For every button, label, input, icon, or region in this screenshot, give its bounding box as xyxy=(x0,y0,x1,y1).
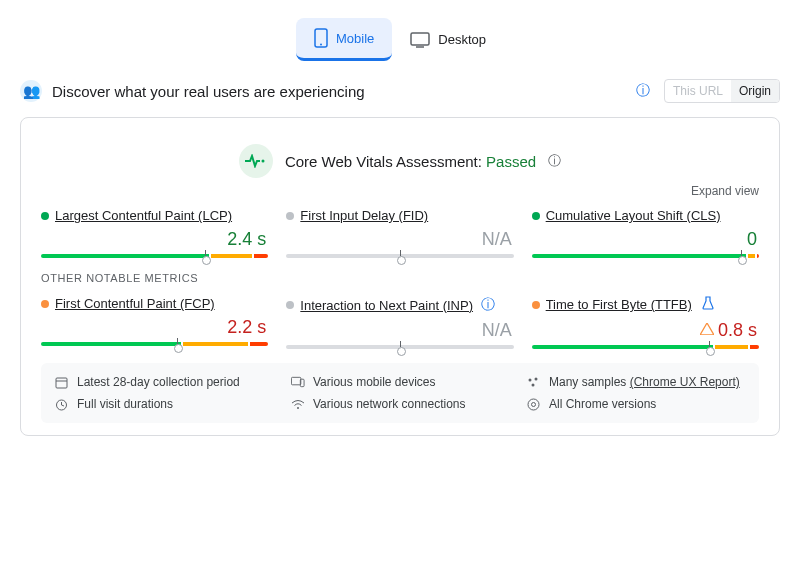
page-title: Discover what your real users are experi… xyxy=(52,83,622,100)
collection-info: Latest 28-day collection period Various … xyxy=(41,363,759,423)
metric-name[interactable]: First Contentful Paint (FCP) xyxy=(55,296,215,311)
svg-point-15 xyxy=(297,407,299,409)
assessment-text: Core Web Vitals Assessment: Passed xyxy=(285,153,536,170)
metric-ttfb: Time to First Byte (TTFB) 0.8 s xyxy=(532,296,759,349)
metric-value: 2.4 s xyxy=(41,229,266,250)
info-network: Various network connections xyxy=(291,397,509,411)
metric-value: N/A xyxy=(286,229,511,250)
metric-name[interactable]: Cumulative Layout Shift (CLS) xyxy=(546,208,721,223)
metric-name[interactable]: First Input Delay (FID) xyxy=(300,208,428,223)
crux-report-link[interactable]: (Chrome UX Report) xyxy=(630,375,740,389)
other-metrics-grid: First Contentful Paint (FCP) 2.2 s Inter… xyxy=(41,296,759,349)
metric-value: 0.8 s xyxy=(532,319,757,341)
metric-bar xyxy=(286,254,513,258)
svg-rect-7 xyxy=(291,377,300,384)
metric-name[interactable]: Largest Contentful Paint (LCP) xyxy=(55,208,232,223)
svg-point-1 xyxy=(320,44,322,46)
metric-lcp: Largest Contentful Paint (LCP) 2.4 s xyxy=(41,208,268,258)
info-versions: All Chrome versions xyxy=(527,397,745,411)
avatar-icon: 👥 xyxy=(20,80,42,102)
flask-icon xyxy=(702,296,714,313)
metric-bar xyxy=(41,254,268,258)
svg-point-11 xyxy=(532,383,535,386)
samples-icon xyxy=(527,376,541,389)
svg-rect-5 xyxy=(56,378,67,388)
crux-panel: Core Web Vitals Assessment: Passed ⓘ Exp… xyxy=(20,117,780,436)
svg-line-14 xyxy=(62,405,65,406)
metric-bar xyxy=(532,345,759,349)
assessment-label: Core Web Vitals Assessment: xyxy=(285,153,482,170)
svg-point-16 xyxy=(528,399,539,410)
metric-cls: Cumulative Layout Shift (CLS) 0 xyxy=(532,208,759,258)
metric-fcp: First Contentful Paint (FCP) 2.2 s xyxy=(41,296,268,349)
tab-desktop[interactable]: Desktop xyxy=(392,18,504,61)
wifi-icon xyxy=(291,399,305,410)
info-icon[interactable]: ⓘ xyxy=(481,296,495,314)
info-icon[interactable]: ⓘ xyxy=(632,82,654,100)
other-metrics-heading: OTHER NOTABLE METRICS xyxy=(41,272,759,284)
status-dot xyxy=(41,212,49,220)
clock-icon xyxy=(55,398,69,411)
info-period: Latest 28-day collection period xyxy=(55,375,273,389)
status-dot xyxy=(286,301,294,309)
vitals-icon xyxy=(239,144,273,178)
tab-mobile[interactable]: Mobile xyxy=(296,18,392,61)
mobile-icon xyxy=(314,28,328,48)
scope-this-url[interactable]: This URL xyxy=(665,80,731,102)
calendar-icon xyxy=(55,376,69,389)
info-samples: Many samples (Chrome UX Report) xyxy=(527,375,745,389)
device-tabs: Mobile Desktop xyxy=(20,18,780,61)
svg-point-4 xyxy=(261,160,264,163)
warning-icon xyxy=(700,319,714,340)
metric-value: N/A xyxy=(286,320,511,341)
assessment-row: Core Web Vitals Assessment: Passed ⓘ xyxy=(41,144,759,178)
status-dot xyxy=(41,300,49,308)
metric-bar xyxy=(532,254,759,258)
status-dot xyxy=(532,301,540,309)
scope-toggle: This URL Origin xyxy=(664,79,780,103)
assessment-status: Passed xyxy=(486,153,536,170)
help-icon[interactable]: ⓘ xyxy=(548,152,561,170)
metric-name[interactable]: Interaction to Next Paint (INP) xyxy=(300,298,473,313)
metric-bar xyxy=(286,345,513,349)
metric-value: 0 xyxy=(532,229,757,250)
metric-value: 2.2 s xyxy=(41,317,266,338)
svg-rect-2 xyxy=(411,33,429,45)
info-devices: Various mobile devices xyxy=(291,375,509,389)
scope-origin[interactable]: Origin xyxy=(731,80,779,102)
status-dot xyxy=(286,212,294,220)
metric-name[interactable]: Time to First Byte (TTFB) xyxy=(546,297,692,312)
desktop-icon xyxy=(410,32,430,48)
info-durations: Full visit durations xyxy=(55,397,273,411)
metric-bar xyxy=(41,342,268,346)
chrome-icon xyxy=(527,398,541,411)
svg-point-10 xyxy=(535,377,538,380)
svg-point-17 xyxy=(532,402,536,406)
expand-view-link[interactable]: Expand view xyxy=(41,184,759,198)
tab-mobile-label: Mobile xyxy=(336,31,374,46)
metric-inp: Interaction to Next Paint (INP)ⓘ N/A xyxy=(286,296,513,349)
devices-icon xyxy=(291,376,305,388)
header-row: 👥 Discover what your real users are expe… xyxy=(20,79,780,103)
core-vitals-grid: Largest Contentful Paint (LCP) 2.4 s Fir… xyxy=(41,208,759,258)
metric-fid: First Input Delay (FID) N/A xyxy=(286,208,513,258)
svg-point-9 xyxy=(529,378,532,381)
tab-desktop-label: Desktop xyxy=(438,32,486,47)
status-dot xyxy=(532,212,540,220)
